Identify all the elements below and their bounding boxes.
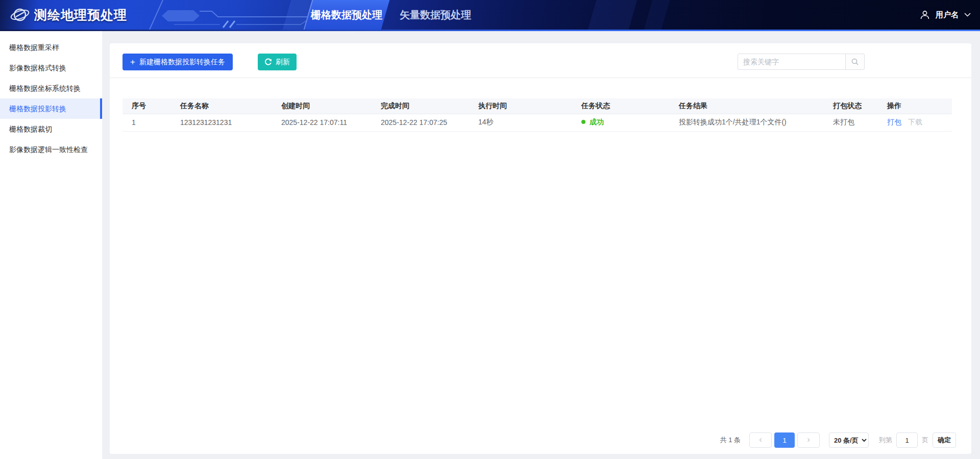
confirm-button[interactable]: 确定 — [933, 432, 956, 448]
user-icon — [920, 10, 930, 20]
task-table: 序号 任务名称 创建时间 完成时间 执行时间 任务状态 任务结果 打包状态 操作… — [122, 98, 952, 132]
download-action-link[interactable]: 下载 — [908, 118, 922, 126]
cell-result: 投影转换成功1个/共处理1个文件() — [670, 114, 824, 131]
plus-icon: + — [130, 58, 135, 66]
user-name: 用户名 — [936, 10, 959, 20]
header-decor-band — [644, 0, 670, 30]
search-group — [738, 54, 865, 70]
cell-actions: 打包下载 — [878, 114, 952, 131]
prev-page-button[interactable]: ‹ — [749, 432, 772, 448]
search-button[interactable] — [845, 54, 865, 70]
refresh-button-label: 刷新 — [276, 58, 290, 67]
refresh-icon — [264, 58, 272, 66]
table-header-row: 序号 任务名称 创建时间 完成时间 执行时间 任务状态 任务结果 打包状态 操作 — [122, 98, 952, 114]
column-header-finished-time: 完成时间 — [372, 98, 469, 114]
brand: 测绘地理预处理 — [10, 0, 127, 30]
new-task-button-label: 新建栅格数据投影转换任务 — [139, 58, 225, 67]
cell-status: 成功 — [572, 114, 670, 131]
sidebar-item-raster-resample[interactable]: 栅格数据重采样 — [0, 37, 102, 58]
column-header-package-status: 打包状态 — [824, 98, 878, 114]
chevron-left-icon: ‹ — [759, 435, 762, 445]
column-header-result: 任务结果 — [670, 98, 824, 114]
sidebar: 栅格数据重采样 影像数据格式转换 栅格数据坐标系统转换 栅格数据投影转换 栅格数… — [0, 31, 102, 459]
cell-duration: 14秒 — [469, 114, 572, 131]
header-decor-band — [588, 0, 638, 30]
sidebar-item-raster-clip[interactable]: 栅格数据裁切 — [0, 119, 102, 139]
refresh-button[interactable]: 刷新 — [258, 54, 297, 70]
column-header-created-time: 创建时间 — [272, 98, 372, 114]
pagination: 共 1 条 ‹ 1 › 20 条/页 到第 页 确定 — [720, 432, 956, 448]
goto-page-prefix: 到第 — [879, 436, 892, 445]
column-header-status: 任务状态 — [572, 98, 670, 114]
search-input[interactable] — [738, 54, 846, 70]
user-menu[interactable]: 用户名 — [920, 0, 971, 30]
circuit-lines-decoration — [145, 0, 314, 30]
content-card: + 新建栅格数据投影转换任务 刷新 序 — [110, 43, 971, 454]
page-size-select[interactable]: 20 条/页 — [829, 432, 869, 448]
toolbar: + 新建栅格数据投影转换任务 刷新 — [110, 43, 971, 78]
next-page-button[interactable]: › — [797, 432, 820, 448]
column-header-index: 序号 — [122, 98, 171, 114]
chevron-right-icon: › — [807, 435, 810, 445]
app-title: 测绘地理预处理 — [34, 7, 127, 23]
package-action-link[interactable]: 打包 — [887, 118, 901, 126]
cell-created-time: 2025-12-22 17:07:11 — [272, 114, 372, 131]
column-header-actions: 操作 — [878, 98, 952, 114]
sidebar-item-projection-convert[interactable]: 栅格数据投影转换 — [0, 98, 102, 119]
sidebar-item-logic-consistency-check[interactable]: 影像数据逻辑一致性检查 — [0, 139, 102, 160]
status-dot-icon — [581, 120, 585, 124]
cell-index: 1 — [122, 114, 171, 131]
cell-package-status: 未打包 — [824, 114, 878, 131]
goto-page-suffix: 页 — [922, 436, 928, 445]
header-accent-line — [0, 30, 980, 31]
sidebar-item-coordinate-system-convert[interactable]: 栅格数据坐标系统转换 — [0, 78, 102, 98]
tab-raster-preprocessing[interactable]: 栅格数据预处理 — [308, 0, 385, 30]
status-label: 成功 — [590, 118, 604, 126]
goto-page-input[interactable] — [896, 432, 918, 448]
column-header-duration: 执行时间 — [469, 98, 572, 114]
sidebar-item-image-format-convert[interactable]: 影像数据格式转换 — [0, 58, 102, 78]
pagination-total: 共 1 条 — [720, 436, 741, 445]
column-header-task-name: 任务名称 — [171, 98, 272, 114]
chevron-down-icon — [964, 13, 971, 17]
cell-finished-time: 2025-12-22 17:07:25 — [372, 114, 469, 131]
app-logo-icon — [10, 5, 30, 24]
page-number-button[interactable]: 1 — [774, 432, 795, 448]
new-task-button[interactable]: + 新建栅格数据投影转换任务 — [122, 54, 233, 70]
tab-vector-preprocessing[interactable]: 矢量数据预处理 — [397, 0, 474, 30]
cell-task-name: 1231231231231 — [171, 114, 272, 131]
app-header: 测绘地理预处理 栅格数据预处理 矢量数据预处理 用户名 — [0, 0, 980, 30]
search-icon — [851, 58, 859, 66]
table-row: 1 1231231231231 2025-12-22 17:07:11 2025… — [122, 114, 952, 131]
